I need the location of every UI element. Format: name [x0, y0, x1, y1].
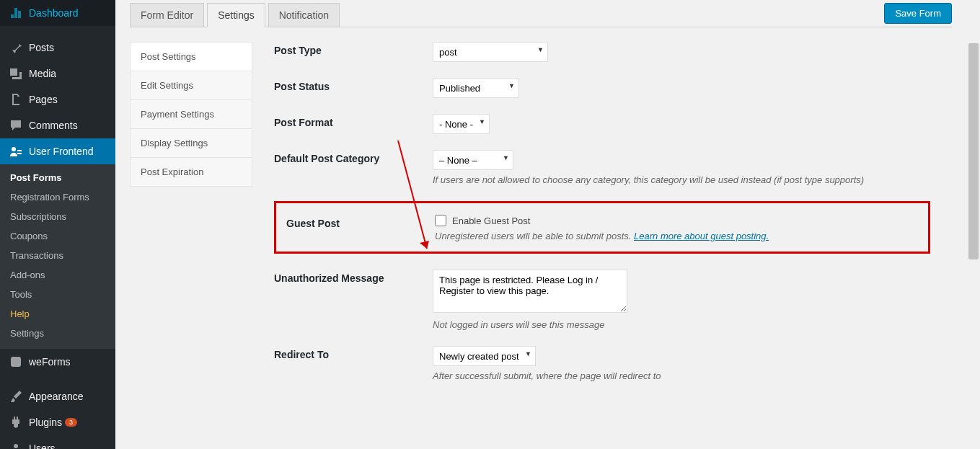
menu-label: User Frontend: [29, 146, 93, 157]
menu-weforms[interactable]: weForms: [0, 349, 115, 375]
label-redirect-to: Redirect To: [274, 346, 433, 381]
submenu-subscriptions[interactable]: Subscriptions: [0, 207, 115, 226]
menu-label: Dashboard: [29, 7, 79, 19]
label-unauth-message: Unauthorized Message: [274, 270, 433, 330]
label-post-type: Post Type: [274, 42, 433, 62]
scrollbar-thumb[interactable]: [968, 43, 979, 259]
menu-user-frontend[interactable]: User Frontend: [0, 138, 115, 164]
select-post-format[interactable]: - None -: [433, 114, 490, 134]
snav-post-settings[interactable]: Post Settings: [130, 42, 252, 71]
svg-point-0: [12, 147, 16, 151]
save-form-button[interactable]: Save Form: [884, 3, 952, 24]
admin-sidebar: Dashboard Posts Media Pages Comments Use…: [0, 0, 115, 449]
menu-pages[interactable]: Pages: [0, 86, 115, 112]
snav-post-expiration[interactable]: Post Expiration: [130, 158, 252, 187]
menu-dashboard[interactable]: Dashboard: [0, 0, 115, 26]
snav-payment-settings[interactable]: Payment Settings: [130, 100, 252, 129]
submenu-transactions[interactable]: Transactions: [0, 246, 115, 265]
select-post-status[interactable]: Published: [433, 78, 519, 98]
brush-icon: [9, 389, 23, 404]
update-badge: 3: [65, 418, 77, 427]
menu-users[interactable]: Users: [0, 435, 115, 449]
menu-label: Pages: [29, 94, 58, 105]
help-redirect-to: After successfull submit, where the page…: [433, 370, 930, 381]
top-tabs: Form Editor Settings Notification Save F…: [130, 0, 952, 27]
menu-appearance[interactable]: Appearance: [0, 383, 115, 409]
snav-edit-settings[interactable]: Edit Settings: [130, 71, 252, 100]
menu-label: Plugins: [29, 417, 62, 428]
select-post-type[interactable]: post: [433, 42, 548, 62]
submenu-tools[interactable]: Tools: [0, 285, 115, 304]
pages-icon: [9, 92, 23, 107]
settings-sub-nav: Post Settings Edit Settings Payment Sett…: [130, 42, 252, 417]
menu-media[interactable]: Media: [0, 61, 115, 86]
submenu-addons[interactable]: Add-ons: [0, 265, 115, 285]
help-guest-post: Unregistered users will be able to submi…: [435, 231, 928, 241]
select-default-category[interactable]: – None –: [433, 150, 513, 170]
dashboard-icon: [9, 6, 23, 20]
select-redirect-to[interactable]: Newly created post: [433, 346, 536, 366]
submenu-coupons[interactable]: Coupons: [0, 226, 115, 246]
submenu-settings[interactable]: Settings: [0, 324, 115, 343]
menu-posts[interactable]: Posts: [0, 35, 115, 61]
submenu-post-forms[interactable]: Post Forms: [0, 168, 115, 187]
tab-notification[interactable]: Notification: [268, 3, 340, 27]
menu-plugins[interactable]: Plugins 3: [0, 409, 115, 435]
comments-icon: [9, 118, 23, 133]
submenu-registration-forms[interactable]: Registration Forms: [0, 187, 115, 207]
media-icon: [9, 66, 23, 81]
main-content: Form Editor Settings Notification Save F…: [115, 0, 966, 418]
plugin-icon: [9, 415, 23, 430]
menu-label: weForms: [29, 356, 71, 368]
label-default-category: Default Post Category: [274, 150, 433, 185]
menu-label: Users: [29, 443, 56, 449]
help-default-category: If users are not allowed to choose any c…: [433, 174, 930, 185]
submenu-help[interactable]: Help: [0, 304, 115, 324]
guest-post-highlight-box: Guest Post Enable Guest Post Unregistere…: [274, 201, 930, 254]
svg-point-2: [14, 444, 18, 448]
tab-form-editor[interactable]: Form Editor: [130, 3, 204, 27]
help-unauth-message: Not logged in users will see this messag…: [433, 319, 930, 330]
checkbox-enable-guest-post[interactable]: [435, 215, 446, 226]
menu-comments[interactable]: Comments: [0, 112, 115, 138]
snav-display-settings[interactable]: Display Settings: [130, 129, 252, 158]
label-post-format: Post Format: [274, 114, 433, 134]
textarea-unauth-message[interactable]: [433, 270, 627, 313]
menu-label: Appearance: [29, 391, 84, 402]
tab-settings[interactable]: Settings: [207, 3, 265, 27]
form-area: Post Type post Post Status Published Pos…: [252, 42, 952, 417]
link-learn-guest-posting[interactable]: Learn more about guest posting.: [634, 231, 769, 241]
menu-label: Comments: [29, 120, 78, 131]
menu-label: Media: [29, 68, 56, 79]
label-guest-post: Guest Post: [276, 215, 435, 241]
checkbox-label-guest-post: Enable Guest Post: [452, 215, 530, 226]
menu-label: Posts: [29, 42, 54, 53]
users-icon: [9, 441, 23, 449]
label-post-status: Post Status: [274, 78, 433, 98]
svg-rect-1: [11, 357, 21, 367]
pin-icon: [9, 40, 23, 55]
weforms-icon: [9, 355, 23, 369]
user-frontend-icon: [9, 144, 23, 159]
